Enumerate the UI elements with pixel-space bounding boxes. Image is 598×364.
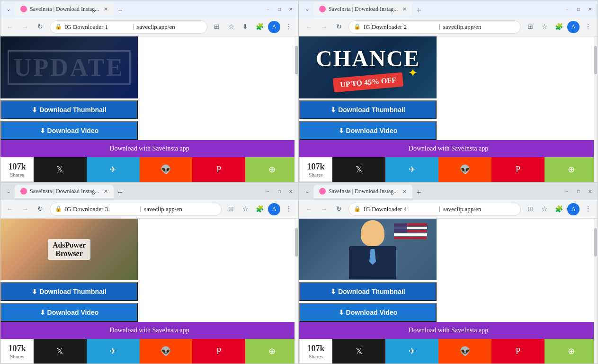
address-bar-2[interactable]: 🔒 IG Downloader 2 | saveclip.app/en [348, 20, 521, 34]
download-video-btn-4[interactable]: ⬇ Download Video [299, 303, 437, 322]
share-x-4[interactable]: 𝕏 [332, 339, 385, 364]
scrollbar-1[interactable] [295, 36, 298, 182]
share-reddit-2[interactable]: 👽 [438, 157, 491, 182]
profile-icon-1[interactable]: A [268, 21, 280, 33]
bookmark-icon-4[interactable]: ☆ [539, 204, 550, 215]
download-app-bar-4[interactable]: Download with SaveInsta app [299, 322, 598, 339]
tab-2[interactable]: SaveInsta | Download Instag... ✕ [313, 2, 412, 16]
bookmark-icon-1[interactable]: ☆ [225, 21, 237, 33]
extensions-icon-2[interactable]: ⊞ [525, 21, 536, 33]
minimize-btn-1[interactable]: − [264, 5, 272, 13]
maximize-btn-1[interactable]: □ [276, 5, 283, 13]
profile-icon-3[interactable]: A [268, 203, 280, 215]
share-reddit-1[interactable]: 👽 [140, 157, 193, 182]
download-thumbnail-btn-2[interactable]: ⬇ Download Thumbnail [299, 100, 437, 119]
share-pinterest-4[interactable]: P [491, 339, 544, 364]
download-icon-1[interactable]: ⬇ [240, 21, 251, 33]
share-sharethis-1[interactable]: ⊕ [245, 157, 298, 182]
scrollbar-4[interactable] [594, 219, 598, 364]
download-video-btn-1[interactable]: ⬇ Download Video [0, 121, 138, 140]
minimize-btn-3[interactable]: − [264, 187, 272, 195]
extension-icon-3[interactable]: 🧩 [254, 204, 265, 215]
share-reddit-4[interactable]: 👽 [438, 339, 491, 364]
download-app-bar-2[interactable]: Download with SaveInsta app [299, 140, 598, 157]
reload-btn-1[interactable]: ↻ [35, 21, 46, 33]
bookmark-icon-2[interactable]: ☆ [539, 21, 550, 33]
tab-close-3[interactable]: ✕ [104, 188, 108, 195]
share-reddit-3[interactable]: 👽 [140, 339, 193, 364]
tab-close-2[interactable]: ✕ [402, 6, 407, 12]
back-btn-3[interactable]: ← [4, 204, 16, 215]
download-thumbnail-btn-1[interactable]: ⬇ Download Thumbnail [0, 100, 138, 119]
tab-1[interactable]: SaveInsta | Download Instag... ✕ [15, 2, 114, 16]
tab-dropdown-1[interactable]: ⌄ [4, 6, 13, 13]
tab-dropdown-3[interactable]: ⌄ [4, 188, 13, 195]
maximize-btn-2[interactable]: □ [575, 5, 582, 13]
address-bar-4[interactable]: 🔒 IG Downloader 4 | saveclip.app/en [348, 203, 521, 216]
forward-btn-3[interactable]: → [19, 204, 31, 215]
download-app-bar-1[interactable]: Download with SaveInsta app [0, 140, 298, 157]
tab-3[interactable]: SaveInsta | Download Instag... ✕ [15, 185, 114, 198]
close-btn-4[interactable]: ✕ [586, 187, 594, 195]
share-telegram-2[interactable]: ✈ [385, 157, 438, 182]
share-telegram-3[interactable]: ✈ [87, 339, 140, 364]
extension-icon-4[interactable]: 🧩 [553, 204, 564, 215]
tab-close-4[interactable]: ✕ [402, 188, 407, 195]
tab-dropdown-2[interactable]: ⌄ [303, 6, 312, 13]
close-btn-2[interactable]: ✕ [586, 5, 594, 13]
share-sharethis-4[interactable]: ⊕ [544, 339, 598, 364]
address-bar-1[interactable]: 🔒 IG Downloader 1 | saveclip.app/en [50, 20, 207, 34]
download-app-bar-3[interactable]: Download with SaveInsta app [0, 322, 298, 339]
profile-icon-2[interactable]: A [567, 21, 580, 33]
reload-btn-4[interactable]: ↻ [333, 204, 345, 215]
extension-icon-1[interactable]: 🧩 [254, 21, 265, 33]
new-tab-btn-4[interactable]: + [412, 188, 425, 198]
minimize-btn-4[interactable]: − [563, 187, 571, 195]
back-btn-1[interactable]: ← [4, 21, 16, 33]
extensions-icon-1[interactable]: ⊞ [211, 21, 223, 33]
maximize-btn-4[interactable]: □ [575, 187, 582, 195]
menu-icon-1[interactable]: ⋮ [283, 21, 295, 33]
share-x-2[interactable]: 𝕏 [332, 157, 385, 182]
share-sharethis-2[interactable]: ⊕ [544, 157, 598, 182]
download-video-btn-3[interactable]: ⬇ Download Video [0, 303, 138, 322]
minimize-btn-2[interactable]: − [563, 5, 571, 13]
share-pinterest-1[interactable]: P [192, 157, 245, 182]
menu-icon-3[interactable]: ⋮ [283, 204, 295, 215]
extensions-icon-3[interactable]: ⊞ [225, 204, 237, 215]
scrollbar-2[interactable] [594, 36, 598, 182]
share-pinterest-2[interactable]: P [491, 157, 544, 182]
extensions-icon-4[interactable]: ⊞ [525, 204, 536, 215]
new-tab-btn-1[interactable]: + [114, 6, 126, 16]
extension-icon-2[interactable]: 🧩 [553, 21, 564, 33]
download-video-btn-2[interactable]: ⬇ Download Video [299, 121, 437, 140]
tab-close-1[interactable]: ✕ [104, 6, 108, 12]
share-telegram-4[interactable]: ✈ [385, 339, 438, 364]
forward-btn-2[interactable]: → [318, 21, 330, 33]
close-btn-1[interactable]: ✕ [287, 5, 295, 13]
download-thumbnail-btn-3[interactable]: ⬇ Download Thumbnail [0, 282, 138, 301]
share-telegram-1[interactable]: ✈ [87, 157, 140, 182]
menu-icon-4[interactable]: ⋮ [582, 204, 594, 215]
back-btn-2[interactable]: ← [303, 21, 314, 33]
close-btn-3[interactable]: ✕ [287, 187, 295, 195]
download-thumbnail-btn-4[interactable]: ⬇ Download Thumbnail [299, 282, 437, 301]
share-x-1[interactable]: 𝕏 [34, 157, 87, 182]
forward-btn-1[interactable]: → [19, 21, 31, 33]
address-bar-3[interactable]: 🔒 IG Downloader 3 | saveclip.app/en [50, 203, 222, 216]
scrollbar-3[interactable] [295, 219, 298, 364]
menu-icon-2[interactable]: ⋮ [582, 21, 594, 33]
tab-dropdown-4[interactable]: ⌄ [303, 188, 312, 195]
share-pinterest-3[interactable]: P [192, 339, 245, 364]
maximize-btn-3[interactable]: □ [276, 187, 283, 195]
profile-icon-4[interactable]: A [567, 203, 580, 215]
back-btn-4[interactable]: ← [303, 204, 314, 215]
forward-btn-4[interactable]: → [318, 204, 330, 215]
reload-btn-2[interactable]: ↻ [333, 21, 345, 33]
share-sharethis-3[interactable]: ⊕ [245, 339, 298, 364]
new-tab-btn-2[interactable]: + [412, 6, 425, 16]
new-tab-btn-3[interactable]: + [114, 188, 126, 198]
reload-btn-3[interactable]: ↻ [35, 204, 46, 215]
bookmark-icon-3[interactable]: ☆ [240, 204, 251, 215]
tab-4[interactable]: SaveInsta | Download Instag... ✕ [313, 185, 412, 198]
